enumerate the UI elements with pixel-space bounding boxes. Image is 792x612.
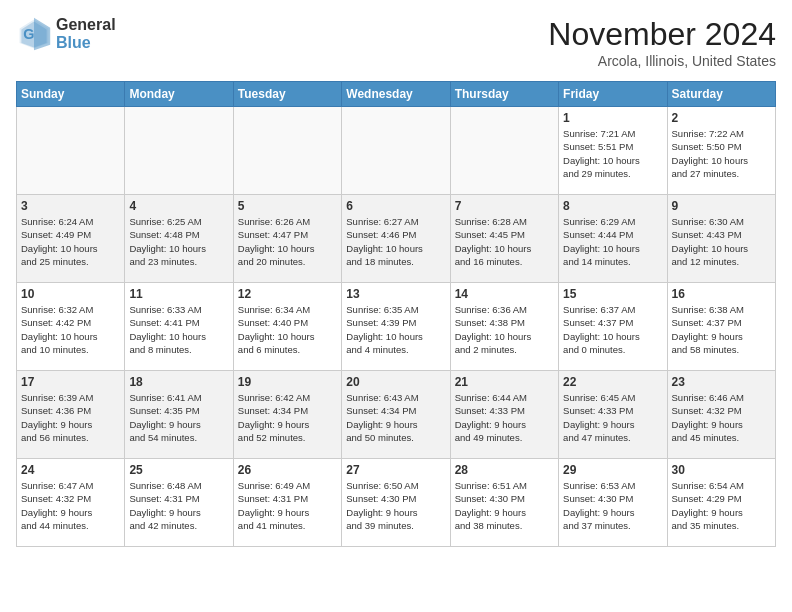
day-number: 30 [672, 463, 771, 477]
day-number: 21 [455, 375, 554, 389]
calendar-cell: 11Sunrise: 6:33 AM Sunset: 4:41 PM Dayli… [125, 283, 233, 371]
day-detail: Sunrise: 6:44 AM Sunset: 4:33 PM Dayligh… [455, 391, 554, 444]
day-number: 14 [455, 287, 554, 301]
day-detail: Sunrise: 6:46 AM Sunset: 4:32 PM Dayligh… [672, 391, 771, 444]
calendar-header-saturday: Saturday [667, 82, 775, 107]
day-detail: Sunrise: 6:27 AM Sunset: 4:46 PM Dayligh… [346, 215, 445, 268]
calendar-cell: 29Sunrise: 6:53 AM Sunset: 4:30 PM Dayli… [559, 459, 667, 547]
page-header: G General Blue November 2024 Arcola, Ill… [16, 16, 776, 69]
calendar-header-thursday: Thursday [450, 82, 558, 107]
calendar-header-row: SundayMondayTuesdayWednesdayThursdayFrid… [17, 82, 776, 107]
calendar-header-wednesday: Wednesday [342, 82, 450, 107]
calendar-header-monday: Monday [125, 82, 233, 107]
calendar-header-sunday: Sunday [17, 82, 125, 107]
day-detail: Sunrise: 6:29 AM Sunset: 4:44 PM Dayligh… [563, 215, 662, 268]
day-number: 25 [129, 463, 228, 477]
day-detail: Sunrise: 6:35 AM Sunset: 4:39 PM Dayligh… [346, 303, 445, 356]
calendar-cell: 12Sunrise: 6:34 AM Sunset: 4:40 PM Dayli… [233, 283, 341, 371]
day-number: 9 [672, 199, 771, 213]
day-number: 22 [563, 375, 662, 389]
calendar-cell: 17Sunrise: 6:39 AM Sunset: 4:36 PM Dayli… [17, 371, 125, 459]
calendar-cell: 21Sunrise: 6:44 AM Sunset: 4:33 PM Dayli… [450, 371, 558, 459]
calendar-cell: 10Sunrise: 6:32 AM Sunset: 4:42 PM Dayli… [17, 283, 125, 371]
calendar-cell [450, 107, 558, 195]
location-title: Arcola, Illinois, United States [548, 53, 776, 69]
day-number: 24 [21, 463, 120, 477]
day-detail: Sunrise: 6:37 AM Sunset: 4:37 PM Dayligh… [563, 303, 662, 356]
day-detail: Sunrise: 6:41 AM Sunset: 4:35 PM Dayligh… [129, 391, 228, 444]
day-number: 7 [455, 199, 554, 213]
calendar-cell: 7Sunrise: 6:28 AM Sunset: 4:45 PM Daylig… [450, 195, 558, 283]
day-detail: Sunrise: 6:42 AM Sunset: 4:34 PM Dayligh… [238, 391, 337, 444]
day-number: 8 [563, 199, 662, 213]
day-number: 1 [563, 111, 662, 125]
day-number: 18 [129, 375, 228, 389]
calendar-cell: 5Sunrise: 6:26 AM Sunset: 4:47 PM Daylig… [233, 195, 341, 283]
day-detail: Sunrise: 6:49 AM Sunset: 4:31 PM Dayligh… [238, 479, 337, 532]
day-detail: Sunrise: 6:50 AM Sunset: 4:30 PM Dayligh… [346, 479, 445, 532]
day-detail: Sunrise: 6:54 AM Sunset: 4:29 PM Dayligh… [672, 479, 771, 532]
calendar-table: SundayMondayTuesdayWednesdayThursdayFrid… [16, 81, 776, 547]
svg-text:G: G [23, 26, 34, 42]
day-number: 13 [346, 287, 445, 301]
day-detail: Sunrise: 6:28 AM Sunset: 4:45 PM Dayligh… [455, 215, 554, 268]
day-detail: Sunrise: 7:21 AM Sunset: 5:51 PM Dayligh… [563, 127, 662, 180]
day-number: 2 [672, 111, 771, 125]
calendar-cell: 6Sunrise: 6:27 AM Sunset: 4:46 PM Daylig… [342, 195, 450, 283]
day-number: 27 [346, 463, 445, 477]
day-number: 16 [672, 287, 771, 301]
day-detail: Sunrise: 6:39 AM Sunset: 4:36 PM Dayligh… [21, 391, 120, 444]
calendar-cell: 27Sunrise: 6:50 AM Sunset: 4:30 PM Dayli… [342, 459, 450, 547]
calendar-header-friday: Friday [559, 82, 667, 107]
day-number: 11 [129, 287, 228, 301]
title-block: November 2024 Arcola, Illinois, United S… [548, 16, 776, 69]
calendar-cell: 4Sunrise: 6:25 AM Sunset: 4:48 PM Daylig… [125, 195, 233, 283]
day-number: 5 [238, 199, 337, 213]
logo-icon: G [16, 16, 52, 52]
day-number: 28 [455, 463, 554, 477]
calendar-cell: 18Sunrise: 6:41 AM Sunset: 4:35 PM Dayli… [125, 371, 233, 459]
day-number: 12 [238, 287, 337, 301]
month-title: November 2024 [548, 16, 776, 53]
calendar-cell: 14Sunrise: 6:36 AM Sunset: 4:38 PM Dayli… [450, 283, 558, 371]
calendar-week-row: 24Sunrise: 6:47 AM Sunset: 4:32 PM Dayli… [17, 459, 776, 547]
day-detail: Sunrise: 7:22 AM Sunset: 5:50 PM Dayligh… [672, 127, 771, 180]
day-number: 29 [563, 463, 662, 477]
calendar-cell: 28Sunrise: 6:51 AM Sunset: 4:30 PM Dayli… [450, 459, 558, 547]
day-detail: Sunrise: 6:48 AM Sunset: 4:31 PM Dayligh… [129, 479, 228, 532]
calendar-week-row: 3Sunrise: 6:24 AM Sunset: 4:49 PM Daylig… [17, 195, 776, 283]
day-number: 26 [238, 463, 337, 477]
calendar-cell: 2Sunrise: 7:22 AM Sunset: 5:50 PM Daylig… [667, 107, 775, 195]
calendar-cell: 9Sunrise: 6:30 AM Sunset: 4:43 PM Daylig… [667, 195, 775, 283]
calendar-cell: 8Sunrise: 6:29 AM Sunset: 4:44 PM Daylig… [559, 195, 667, 283]
day-detail: Sunrise: 6:32 AM Sunset: 4:42 PM Dayligh… [21, 303, 120, 356]
day-number: 20 [346, 375, 445, 389]
day-number: 10 [21, 287, 120, 301]
day-detail: Sunrise: 6:26 AM Sunset: 4:47 PM Dayligh… [238, 215, 337, 268]
logo: G General Blue [16, 16, 116, 52]
day-detail: Sunrise: 6:51 AM Sunset: 4:30 PM Dayligh… [455, 479, 554, 532]
day-detail: Sunrise: 6:34 AM Sunset: 4:40 PM Dayligh… [238, 303, 337, 356]
day-number: 6 [346, 199, 445, 213]
calendar-cell: 20Sunrise: 6:43 AM Sunset: 4:34 PM Dayli… [342, 371, 450, 459]
calendar-cell: 25Sunrise: 6:48 AM Sunset: 4:31 PM Dayli… [125, 459, 233, 547]
calendar-cell: 23Sunrise: 6:46 AM Sunset: 4:32 PM Dayli… [667, 371, 775, 459]
day-detail: Sunrise: 6:53 AM Sunset: 4:30 PM Dayligh… [563, 479, 662, 532]
calendar-cell: 26Sunrise: 6:49 AM Sunset: 4:31 PM Dayli… [233, 459, 341, 547]
calendar-cell [342, 107, 450, 195]
day-detail: Sunrise: 6:36 AM Sunset: 4:38 PM Dayligh… [455, 303, 554, 356]
calendar-header-tuesday: Tuesday [233, 82, 341, 107]
day-detail: Sunrise: 6:45 AM Sunset: 4:33 PM Dayligh… [563, 391, 662, 444]
calendar-week-row: 10Sunrise: 6:32 AM Sunset: 4:42 PM Dayli… [17, 283, 776, 371]
day-number: 15 [563, 287, 662, 301]
calendar-cell [17, 107, 125, 195]
calendar-cell: 22Sunrise: 6:45 AM Sunset: 4:33 PM Dayli… [559, 371, 667, 459]
day-number: 3 [21, 199, 120, 213]
day-number: 23 [672, 375, 771, 389]
calendar-cell: 1Sunrise: 7:21 AM Sunset: 5:51 PM Daylig… [559, 107, 667, 195]
day-detail: Sunrise: 6:38 AM Sunset: 4:37 PM Dayligh… [672, 303, 771, 356]
day-number: 4 [129, 199, 228, 213]
logo-blue-text: Blue [56, 34, 116, 52]
day-number: 17 [21, 375, 120, 389]
day-detail: Sunrise: 6:43 AM Sunset: 4:34 PM Dayligh… [346, 391, 445, 444]
